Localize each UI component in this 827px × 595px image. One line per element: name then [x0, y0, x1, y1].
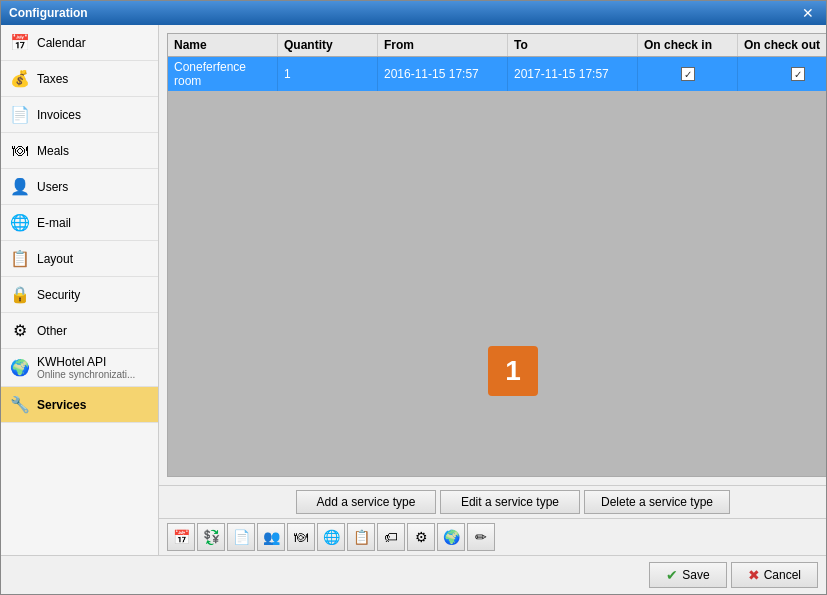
cell-from: 2016-11-15 17:57	[378, 57, 508, 91]
cell-quantity: 1	[278, 57, 378, 91]
sidebar-icon-services: 🔧	[9, 394, 31, 416]
bottom-bar: ✔ Save ✖ Cancel	[1, 555, 826, 594]
sidebar-item-email[interactable]: 🌐E-mail	[1, 205, 158, 241]
table-area: NameQuantityFromToOn check inOn check ou…	[167, 33, 826, 477]
header-to: To	[508, 34, 638, 56]
sidebar-icon-email: 🌐	[9, 212, 31, 234]
content-area: 📅Calendar💰Taxes📄Invoices🍽Meals👤Users🌐E-m…	[1, 25, 826, 555]
sidebar-item-meals[interactable]: 🍽Meals	[1, 133, 158, 169]
calendar-tool-button[interactable]: 📅	[167, 523, 195, 551]
edit-service-type-button[interactable]: Edit a service type	[440, 490, 580, 514]
save-check-icon: ✔	[666, 567, 678, 583]
sidebar-icon-meals: 🍽	[9, 140, 31, 162]
sidebar-label-email: E-mail	[37, 216, 71, 230]
sidebar-label-kwhotel-api: KWHotel API	[37, 355, 106, 369]
action-buttons-area: Add a service type Edit a service type D…	[159, 485, 826, 518]
sidebar-label-users: Users	[37, 180, 68, 194]
layout-tool-button[interactable]: 📋	[347, 523, 375, 551]
api-tool-button[interactable]: 🌍	[437, 523, 465, 551]
add-service-type-button[interactable]: Add a service type	[296, 490, 436, 514]
cell-checkout-checkbox[interactable]	[791, 67, 805, 81]
sidebar-sublabel-kwhotel-api: Online synchronizati...	[37, 369, 135, 380]
email-tool-button[interactable]: 🌐	[317, 523, 345, 551]
sidebar-label-invoices: Invoices	[37, 108, 81, 122]
sidebar-item-services[interactable]: 🔧Services	[1, 387, 158, 423]
meals-tool-button[interactable]: 🍽	[287, 523, 315, 551]
table-row[interactable]: Coneferfence room12016-11-15 17:572017-1…	[168, 57, 826, 91]
cancel-x-icon: ✖	[748, 567, 760, 583]
sidebar-label-meals: Meals	[37, 144, 69, 158]
cell-checkin-checkbox[interactable]	[681, 67, 695, 81]
taxes-tool-button[interactable]: 💱	[197, 523, 225, 551]
table-body: Coneferfence room12016-11-15 17:572017-1…	[168, 57, 826, 267]
save-label: Save	[682, 568, 709, 582]
sidebar-item-layout[interactable]: 📋Layout	[1, 241, 158, 277]
sidebar-icon-taxes: 💰	[9, 68, 31, 90]
table-header: NameQuantityFromToOn check inOn check ou…	[168, 34, 826, 57]
cell-name: Coneferfence room	[168, 57, 278, 91]
cell-checkin	[638, 57, 738, 91]
sidebar-icon-layout: 📋	[9, 248, 31, 270]
sidebar-item-security[interactable]: 🔒Security	[1, 277, 158, 313]
header-name: Name	[168, 34, 278, 56]
sidebar-item-other[interactable]: ⚙Other	[1, 313, 158, 349]
sidebar-icon-kwhotel-api: 🌍	[9, 357, 31, 379]
cell-checkout	[738, 57, 826, 91]
users-tool-button[interactable]: 👥	[257, 523, 285, 551]
sidebar: 📅Calendar💰Taxes📄Invoices🍽Meals👤Users🌐E-m…	[1, 25, 159, 555]
sidebar-label-security: Security	[37, 288, 80, 302]
main-panel: NameQuantityFromToOn check inOn check ou…	[159, 25, 826, 555]
title-bar: Configuration ✕	[1, 1, 826, 25]
sidebar-icon-other: ⚙	[9, 320, 31, 342]
close-button[interactable]: ✕	[798, 6, 818, 20]
cancel-label: Cancel	[764, 568, 801, 582]
sidebar-label-calendar: Calendar	[37, 36, 86, 50]
other-tool-button[interactable]: ⚙	[407, 523, 435, 551]
invoices-tool-button[interactable]: 📄	[227, 523, 255, 551]
badge-area: 1	[168, 267, 826, 477]
sidebar-item-users[interactable]: 👤Users	[1, 169, 158, 205]
header-on_check_out: On check out	[738, 34, 826, 56]
sidebar-icon-invoices: 📄	[9, 104, 31, 126]
sidebar-item-invoices[interactable]: 📄Invoices	[1, 97, 158, 133]
sidebar-label-services: Services	[37, 398, 86, 412]
tags-tool-button[interactable]: 🏷	[377, 523, 405, 551]
cell-to: 2017-11-15 17:57	[508, 57, 638, 91]
configuration-window: Configuration ✕ 📅Calendar💰Taxes📄Invoices…	[0, 0, 827, 595]
sidebar-label-other: Other	[37, 324, 67, 338]
window-title: Configuration	[9, 6, 88, 20]
sidebar-item-kwhotel-api[interactable]: 🌍KWHotel APIOnline synchronizati...	[1, 349, 158, 387]
edit-tool-button[interactable]: ✏	[467, 523, 495, 551]
delete-service-type-button[interactable]: Delete a service type	[584, 490, 730, 514]
save-button[interactable]: ✔ Save	[649, 562, 726, 588]
number-badge: 1	[488, 346, 538, 396]
header-on_check_in: On check in	[638, 34, 738, 56]
header-quantity: Quantity	[278, 34, 378, 56]
sidebar-icon-users: 👤	[9, 176, 31, 198]
toolbar-area: 📅💱📄👥🍽🌐📋🏷⚙🌍✏	[159, 518, 826, 555]
sidebar-label-layout: Layout	[37, 252, 73, 266]
sidebar-icon-calendar: 📅	[9, 32, 31, 54]
sidebar-item-taxes[interactable]: 💰Taxes	[1, 61, 158, 97]
sidebar-icon-security: 🔒	[9, 284, 31, 306]
header-from: From	[378, 34, 508, 56]
sidebar-label-taxes: Taxes	[37, 72, 68, 86]
sidebar-item-calendar[interactable]: 📅Calendar	[1, 25, 158, 61]
cancel-button[interactable]: ✖ Cancel	[731, 562, 818, 588]
